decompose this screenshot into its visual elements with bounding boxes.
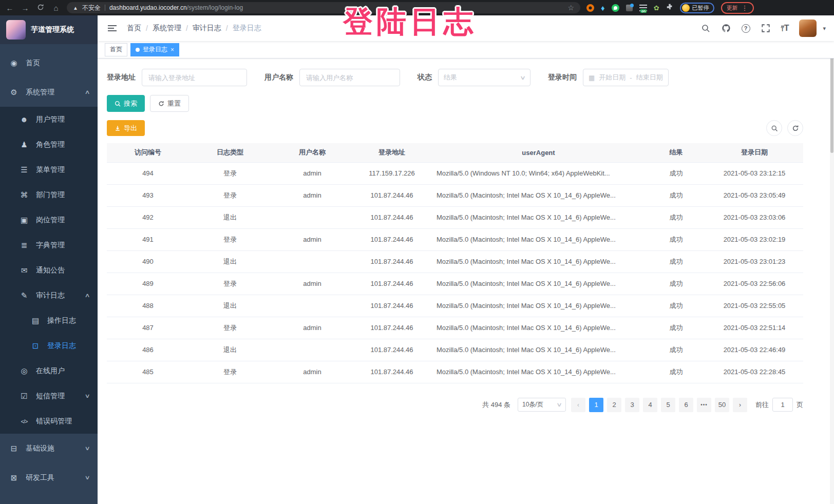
extension-orange-icon[interactable]: [586, 4, 594, 12]
cell-user-agent: Mozilla/5.0 (Macintosh; Intel Mac OS X 1…: [430, 273, 647, 295]
tag-login-log[interactable]: 登录日志 ×: [130, 43, 179, 56]
browser-back-icon[interactable]: ←: [5, 4, 14, 12]
page-button-6[interactable]: 6: [679, 398, 693, 412]
sidebar-item-online-users[interactable]: ◎在线用户: [0, 358, 98, 383]
browser-home-icon[interactable]: ⌂: [51, 4, 61, 12]
sidebar-item-system-management[interactable]: ⚙系统管理∧: [0, 77, 98, 107]
export-button[interactable]: 导出: [107, 120, 145, 136]
search-icon[interactable]: [700, 23, 711, 33]
refresh-icon: [792, 125, 799, 132]
sidebar-item-login-log[interactable]: ⊡登录日志: [0, 333, 98, 358]
page-button-2[interactable]: 2: [607, 398, 621, 412]
reset-button[interactable]: 重置: [150, 95, 189, 112]
page-ellipsis[interactable]: •••: [697, 398, 711, 412]
breadcrumb-item[interactable]: 首页: [127, 24, 141, 33]
status-label: 状态: [418, 73, 432, 82]
page-button-4[interactable]: 4: [643, 398, 657, 412]
sidebar-item-notice-announcement[interactable]: ✉通知公告: [0, 258, 98, 283]
sidebar-item-dept-management[interactable]: ⌘部门管理: [0, 182, 98, 207]
breadcrumb-item[interactable]: 系统管理: [153, 24, 181, 33]
search-button[interactable]: 搜索: [107, 95, 145, 112]
date-range-separator: -: [630, 74, 632, 82]
cell-username: admin: [271, 184, 353, 206]
end-date-placeholder: 结束日期: [636, 73, 663, 82]
status-select[interactable]: 结果 ∨: [438, 69, 530, 86]
sidebar-item-sms-management[interactable]: ☑短信管理∨: [0, 383, 98, 409]
page-button-5[interactable]: 5: [661, 398, 675, 412]
chevron-up-icon: ∧: [84, 292, 90, 299]
user-icon: ☻: [18, 115, 30, 124]
sidebar-item-label: 首页: [26, 59, 40, 68]
goto-page-input[interactable]: [772, 398, 793, 412]
cell-username: admin: [271, 228, 353, 250]
sidebar-item-operation-log[interactable]: ▤操作日志: [0, 308, 98, 333]
refresh-table-button[interactable]: [787, 120, 803, 136]
cell-login-date: 2021-05-03 23:12:15: [706, 162, 803, 184]
sidebar-item-dev-tools[interactable]: ⊠研发工具∨: [0, 463, 98, 492]
login-address-input[interactable]: [142, 69, 247, 86]
extension-list-icon[interactable]: on: [639, 5, 647, 11]
login-log-icon: ⊡: [30, 341, 41, 351]
toggle-search-button[interactable]: [766, 120, 782, 136]
sidebar-item-error-code-management[interactable]: </>错误码管理: [0, 409, 98, 434]
fullscreen-icon[interactable]: [761, 23, 771, 33]
page-button-50[interactable]: 50: [715, 398, 729, 412]
org-tree-icon: ⌘: [18, 190, 30, 200]
login-time-range-picker[interactable]: ▦ 开始日期 - 结束日期: [583, 69, 669, 86]
extension-blue-diamond-icon[interactable]: ♦: [601, 4, 605, 12]
github-icon[interactable]: [721, 23, 731, 33]
login-time-label: 登录时间: [548, 73, 577, 82]
error-code-icon: </>: [18, 418, 30, 424]
tag-home[interactable]: 首页: [105, 43, 127, 56]
browser-reload-icon[interactable]: [36, 4, 45, 12]
sidebar-item-user-management[interactable]: ☻用户管理: [0, 107, 98, 132]
cell-log-type: 登录: [189, 228, 271, 250]
page-scrollbar[interactable]: [830, 15, 834, 504]
cell-visit-id: 491: [107, 228, 189, 250]
extension-plant-icon[interactable]: ✿: [654, 4, 659, 12]
sidebar-item-dict-management[interactable]: ≣字典管理: [0, 232, 98, 258]
extension-grid-icon[interactable]: [626, 5, 633, 11]
sidebar-item-role-management[interactable]: ♟角色管理: [0, 132, 98, 157]
browser-update-button[interactable]: 更新 ⋮: [721, 2, 754, 14]
sidebar-item-infrastructure[interactable]: ⊟基础设施∨: [0, 434, 98, 463]
app-logo[interactable]: 芋道管理系统: [0, 15, 98, 44]
sidebar-item-label: 岗位管理: [36, 216, 65, 225]
sidebar-item-post-management[interactable]: ▣岗位管理: [0, 207, 98, 232]
bookmark-star-icon[interactable]: ☆: [567, 4, 574, 12]
sidebar-item-label: 通知公告: [36, 266, 65, 275]
username-input[interactable]: [299, 69, 400, 86]
address-bar[interactable]: ▲ 不安全 dashboard.yudao.iocoder.cn/system/…: [67, 2, 580, 13]
page-button-3[interactable]: 3: [625, 398, 639, 412]
puzzle-extensions-icon[interactable]: [666, 3, 673, 12]
sidebar-item-audit-log[interactable]: ✎审计日志∧: [0, 283, 98, 308]
column-header-username: 用户名称: [271, 143, 353, 162]
table-row: 493登录admin101.87.244.46Mozilla/5.0 (Maci…: [107, 184, 803, 206]
cell-username: [271, 206, 353, 228]
extension-green-icon[interactable]: [612, 4, 619, 12]
sidebar-item-menu-management[interactable]: ☰菜单管理: [0, 157, 98, 182]
tampermonkey-paused-badge[interactable]: 已暂停: [680, 3, 714, 13]
prev-page-button[interactable]: ‹: [571, 398, 585, 412]
user-avatar[interactable]: [799, 20, 817, 37]
page-size-select[interactable]: 10条/页 ∨: [518, 398, 566, 412]
browser-menu-icon[interactable]: ⋮: [742, 4, 748, 12]
help-icon[interactable]: ?: [742, 24, 750, 33]
breadcrumb-item[interactable]: 审计日志: [193, 24, 221, 33]
sidebar-item-label: 操作日志: [47, 316, 76, 325]
font-size-icon[interactable]: TT: [781, 24, 789, 32]
next-page-button[interactable]: ›: [733, 398, 747, 412]
sidebar-item-home[interactable]: ◉首页: [0, 48, 98, 77]
close-tag-icon[interactable]: ×: [170, 47, 174, 53]
cell-login-address: 101.87.244.46: [353, 339, 430, 361]
chevron-down-icon[interactable]: ▾: [823, 25, 826, 32]
browser-forward-icon[interactable]: →: [21, 4, 30, 12]
table-row: 486退出101.87.244.46Mozilla/5.0 (Macintosh…: [107, 339, 803, 361]
sidebar-item-label: 菜单管理: [36, 165, 65, 175]
page-button-1[interactable]: 1: [589, 398, 603, 412]
login-address-label: 登录地址: [107, 73, 136, 82]
hamburger-icon[interactable]: [106, 23, 119, 33]
cell-log-type: 登录: [189, 361, 271, 383]
cell-user-agent: Mozilla/5.0 (Macintosh; Intel Mac OS X 1…: [430, 361, 647, 383]
active-tag-dot-icon: [136, 48, 140, 52]
